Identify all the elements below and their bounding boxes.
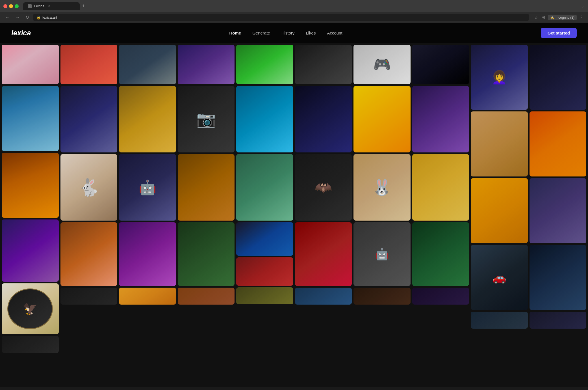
title-bar: L Lexica ✕ + ⌄	[0, 0, 588, 12]
nav-link-history[interactable]: History	[281, 31, 295, 35]
nav-links: Home Generate History Likes Account	[229, 31, 342, 35]
new-tab-button[interactable]: +	[81, 3, 86, 9]
list-item[interactable]	[2, 45, 59, 84]
list-item[interactable]	[178, 288, 235, 305]
tab-favicon: L	[28, 4, 32, 8]
tab-bar: L Lexica ✕ +	[23, 2, 86, 10]
list-item[interactable]	[412, 86, 469, 152]
app: lexica Home Generate History Likes Accou…	[0, 23, 588, 387]
grid-col-2: 🐇	[60, 45, 118, 385]
list-item[interactable]	[119, 222, 176, 286]
lock-icon: 🔒	[36, 16, 41, 20]
logo[interactable]: lexica	[11, 29, 31, 37]
maximize-button[interactable]	[15, 4, 19, 8]
list-item[interactable]	[236, 287, 293, 304]
list-item[interactable]	[236, 222, 293, 256]
grid-col-9: 👩‍🦱 🚗	[471, 45, 528, 385]
list-item[interactable]	[412, 45, 469, 84]
list-item[interactable]	[295, 45, 352, 84]
list-item[interactable]	[2, 86, 59, 151]
list-item[interactable]	[530, 45, 587, 110]
list-item[interactable]	[178, 222, 235, 286]
grid-col-3: 🤖	[119, 45, 176, 385]
grid-col-1: 🦅	[2, 45, 59, 385]
list-item[interactable]	[2, 336, 59, 353]
get-started-button[interactable]: Get started	[541, 28, 577, 38]
list-item[interactable]	[60, 222, 118, 286]
list-item[interactable]	[60, 288, 118, 305]
tab-title: Lexica	[34, 4, 45, 8]
list-item[interactable]	[471, 312, 528, 329]
reload-button[interactable]: ↻	[24, 14, 31, 21]
list-item[interactable]	[353, 86, 411, 152]
nav-link-generate[interactable]: Generate	[252, 31, 270, 35]
close-button[interactable]	[3, 4, 7, 8]
list-item[interactable]	[295, 222, 352, 286]
grid-col-5	[236, 45, 293, 385]
list-item[interactable]: 🦇	[295, 154, 352, 221]
list-item[interactable]: 🤖	[119, 154, 176, 221]
image-grid: 🦅 🐇 🤖	[0, 23, 588, 387]
bookmark-button[interactable]: ☆	[533, 14, 539, 21]
list-item[interactable]	[530, 312, 587, 329]
main-nav: lexica Home Generate History Likes Accou…	[0, 23, 588, 43]
list-item[interactable]	[236, 154, 293, 221]
grid-col-4: 📷	[178, 45, 235, 385]
incognito-label: Incognito (3)	[556, 16, 574, 20]
list-item[interactable]: 🚗	[471, 245, 528, 310]
list-item[interactable]: 🐰	[353, 154, 411, 221]
list-item[interactable]	[412, 154, 469, 221]
list-item[interactable]	[295, 288, 352, 305]
menu-button[interactable]: ⋮	[579, 14, 585, 21]
list-item[interactable]	[471, 178, 528, 243]
nav-link-home[interactable]: Home	[229, 31, 241, 35]
list-item[interactable]	[119, 45, 176, 84]
list-item[interactable]	[119, 86, 176, 152]
window-controls	[3, 4, 19, 8]
tab-close-button[interactable]: ✕	[48, 4, 51, 8]
back-button[interactable]: ←	[3, 14, 11, 21]
grid-col-8	[412, 45, 469, 385]
list-item[interactable]	[530, 178, 587, 243]
list-item[interactable]	[2, 219, 59, 282]
list-item[interactable]	[236, 86, 293, 152]
grid-col-6: 🦇	[295, 45, 352, 385]
list-item[interactable]	[530, 111, 587, 176]
address-input[interactable]: 🔒 lexica.art	[33, 14, 529, 21]
list-item[interactable]: 👩‍🦱	[471, 45, 528, 110]
list-item[interactable]	[2, 153, 59, 218]
toolbar-right: ☆ ⊞ 🕵 Incognito (3) ⋮	[533, 14, 585, 21]
list-item[interactable]: 🎮	[353, 45, 411, 84]
list-item[interactable]	[178, 45, 235, 84]
list-item[interactable]	[353, 288, 411, 305]
list-item[interactable]	[178, 154, 235, 221]
browser-chrome: L Lexica ✕ + ⌄ ← → ↻ 🔒 lexica.art ☆ ⊞ 🕵 …	[0, 0, 588, 23]
list-item[interactable]	[60, 45, 118, 84]
list-item[interactable]: 🤖	[353, 222, 411, 286]
list-item[interactable]	[236, 45, 293, 84]
address-bar: ← → ↻ 🔒 lexica.art ☆ ⊞ 🕵 Incognito (3) ⋮	[0, 12, 588, 23]
list-item[interactable]: 🐇	[60, 154, 118, 221]
list-item: 📷	[178, 86, 235, 152]
grid-col-7: 🎮 🐰 🤖	[353, 45, 411, 385]
active-tab[interactable]: L Lexica ✕	[23, 2, 80, 10]
grid-col-10	[530, 45, 587, 385]
tab-chevron-icon: ⌄	[581, 4, 585, 8]
list-item[interactable]	[412, 288, 469, 305]
list-item[interactable]	[119, 288, 176, 305]
list-item[interactable]	[295, 86, 352, 152]
incognito-icon: 🕵	[550, 16, 554, 20]
list-item[interactable]	[530, 245, 587, 310]
list-item[interactable]: 🦅	[2, 283, 59, 334]
list-item[interactable]	[412, 222, 469, 286]
list-item[interactable]	[471, 111, 528, 176]
list-item[interactable]	[236, 257, 293, 286]
nav-link-account[interactable]: Account	[327, 31, 342, 35]
minimize-button[interactable]	[9, 4, 13, 8]
nav-link-likes[interactable]: Likes	[306, 31, 316, 35]
tab-grid-button[interactable]: ⊞	[541, 14, 546, 21]
list-item[interactable]	[60, 86, 118, 152]
forward-button[interactable]: →	[14, 14, 21, 21]
incognito-badge: 🕵 Incognito (3)	[548, 15, 577, 20]
url-text: lexica.art	[42, 15, 57, 20]
